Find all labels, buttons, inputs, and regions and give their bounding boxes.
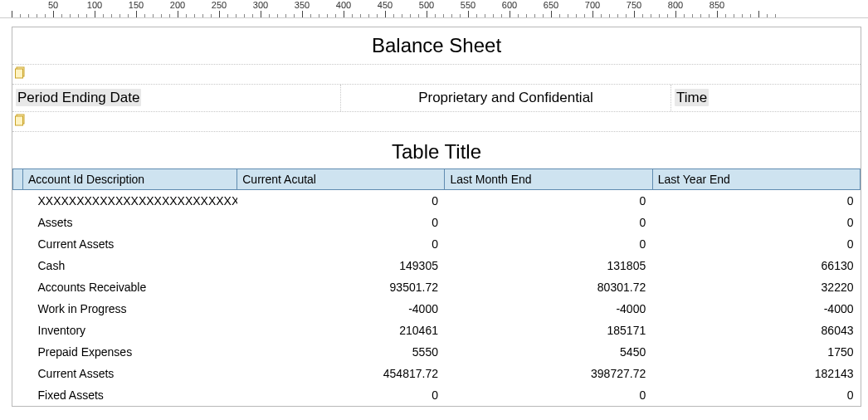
- cell-current[interactable]: 210461: [237, 320, 445, 341]
- cell-description[interactable]: Work in Progress: [23, 298, 237, 320]
- ruler-tick-minor: [119, 14, 120, 17]
- cell-current[interactable]: 0: [237, 384, 445, 406]
- cell-description[interactable]: Accounts Receivable: [23, 276, 237, 298]
- ruler-tick-minor: [327, 14, 328, 17]
- ruler-label: 200: [170, 0, 185, 10]
- cell-last-month[interactable]: 131805: [445, 255, 652, 276]
- ruler-tick-minor: [418, 14, 419, 17]
- table-row[interactable]: Prepaid Expenses555054501750: [13, 341, 861, 363]
- cell-last-year[interactable]: 0: [652, 384, 860, 406]
- cell-last-year[interactable]: 66130: [652, 255, 860, 276]
- cell-last-year[interactable]: 0: [652, 212, 860, 233]
- section-marker-row: [12, 65, 861, 85]
- table-row[interactable]: Current Assets454817.72398727.72182143: [13, 363, 861, 384]
- table-row[interactable]: Cash14930513180566130: [13, 255, 861, 276]
- cell-last-year[interactable]: -4000: [652, 298, 860, 320]
- ruler-tick-minor: [568, 14, 568, 17]
- ruler-tick-minor: [103, 14, 104, 17]
- cell-last-month[interactable]: 398727.72: [445, 363, 652, 384]
- col-header-last-year[interactable]: Last Year End: [652, 169, 860, 190]
- cell-description[interactable]: Current Assets: [23, 233, 237, 255]
- row-selector-cell[interactable]: [13, 320, 23, 341]
- table-row[interactable]: Accounts Receivable93501.7280301.7232220: [13, 276, 861, 298]
- row-selector-cell[interactable]: [13, 276, 23, 298]
- row-selector-cell[interactable]: [13, 341, 23, 363]
- cell-description[interactable]: Fixed Assets: [23, 384, 237, 406]
- table-row[interactable]: Inventory21046118517186043: [13, 320, 861, 341]
- ruler-tick-minor: [667, 14, 668, 17]
- page-group-icon[interactable]: [14, 66, 27, 80]
- ruler-tick-major: [136, 11, 137, 17]
- col-header-current[interactable]: Current Acutal: [237, 169, 445, 190]
- cell-current[interactable]: 454817.72: [237, 363, 445, 384]
- cell-description[interactable]: Current Assets: [23, 363, 237, 384]
- ruler-tick-major: [344, 11, 344, 17]
- cell-last-year[interactable]: 0: [652, 233, 860, 255]
- section-marker-row: [12, 112, 861, 132]
- row-selector-cell[interactable]: [13, 190, 23, 212]
- cell-last-year[interactable]: 0: [652, 190, 860, 212]
- cell-last-year[interactable]: 182143: [652, 363, 860, 384]
- col-header-description[interactable]: Account Id Description: [23, 169, 237, 190]
- row-selector-cell[interactable]: [13, 233, 23, 255]
- ruler-tick-minor: [700, 14, 701, 17]
- cell-current[interactable]: -4000: [237, 298, 445, 320]
- confidential-label[interactable]: Proprietary and Confidential: [341, 85, 671, 111]
- table-row[interactable]: XXXXXXXXXXXXXXXXXXXXXXXXXXXXXXX000: [13, 190, 861, 212]
- cell-current[interactable]: 5550: [237, 341, 445, 363]
- cell-current[interactable]: 0: [237, 212, 445, 233]
- time-field[interactable]: Time: [671, 85, 861, 111]
- cell-last-month[interactable]: -4000: [445, 298, 652, 320]
- ruler-tick-major: [385, 11, 386, 17]
- cell-current[interactable]: 0: [237, 233, 445, 255]
- period-ending-label: Period Ending Date: [16, 89, 141, 106]
- cell-last-month[interactable]: 5450: [445, 341, 652, 363]
- cell-description[interactable]: XXXXXXXXXXXXXXXXXXXXXXXXXXXXXXX: [23, 190, 237, 212]
- ruler-tick-minor: [28, 14, 29, 17]
- report-title[interactable]: Balance Sheet: [12, 27, 861, 65]
- ruler-label: 500: [419, 0, 434, 10]
- ruler-label: 600: [502, 0, 517, 10]
- row-selector-cell[interactable]: [13, 384, 23, 406]
- cell-last-month[interactable]: 0: [445, 212, 652, 233]
- ruler-tick-minor: [742, 14, 743, 17]
- table-row[interactable]: Fixed Assets000: [13, 384, 861, 406]
- table-title[interactable]: Table Title: [12, 132, 861, 168]
- ruler-tick-minor: [435, 14, 436, 17]
- cell-last-month[interactable]: 0: [445, 233, 652, 255]
- cell-description[interactable]: Assets: [23, 212, 237, 233]
- ruler-tick-major: [427, 11, 427, 17]
- col-header-last-month[interactable]: Last Month End: [445, 169, 652, 190]
- table-row[interactable]: Work in Progress-4000-4000-4000: [13, 298, 861, 320]
- ruler-tick-minor: [543, 14, 544, 17]
- cell-last-month[interactable]: 185171: [445, 320, 652, 341]
- ruler-tick-minor: [377, 14, 378, 17]
- row-selector-cell[interactable]: [13, 255, 23, 276]
- table-row[interactable]: Assets000: [13, 212, 861, 233]
- cell-current[interactable]: 93501.72: [237, 276, 445, 298]
- cell-last-year[interactable]: 86043: [652, 320, 860, 341]
- ruler-tick-minor: [294, 14, 295, 17]
- cell-current[interactable]: 149305: [237, 255, 445, 276]
- period-ending-field[interactable]: Period Ending Date: [12, 85, 341, 111]
- cell-last-year[interactable]: 1750: [652, 341, 860, 363]
- page-group-icon[interactable]: [14, 114, 27, 127]
- ruler-tick-minor: [194, 14, 195, 17]
- row-selector-header[interactable]: [13, 169, 23, 190]
- cell-current[interactable]: 0: [237, 190, 445, 212]
- cell-description[interactable]: Cash: [23, 255, 237, 276]
- ruler-tick-minor: [128, 14, 129, 17]
- ruler-tick-major: [219, 11, 220, 17]
- cell-description[interactable]: Inventory: [23, 320, 237, 341]
- cell-last-year[interactable]: 32220: [652, 276, 860, 298]
- row-selector-cell[interactable]: [13, 212, 23, 233]
- cell-last-month[interactable]: 0: [445, 190, 652, 212]
- row-selector-cell[interactable]: [13, 363, 23, 384]
- row-selector-cell[interactable]: [13, 298, 23, 320]
- table-row[interactable]: Current Assets000: [13, 233, 861, 255]
- cell-last-month[interactable]: 80301.72: [445, 276, 652, 298]
- horizontal-ruler[interactable]: 5010015020025030035040045050055060065070…: [0, 0, 868, 18]
- cell-last-month[interactable]: 0: [445, 384, 652, 406]
- cell-description[interactable]: Prepaid Expenses: [23, 341, 237, 363]
- ruler-tick-minor: [360, 14, 361, 17]
